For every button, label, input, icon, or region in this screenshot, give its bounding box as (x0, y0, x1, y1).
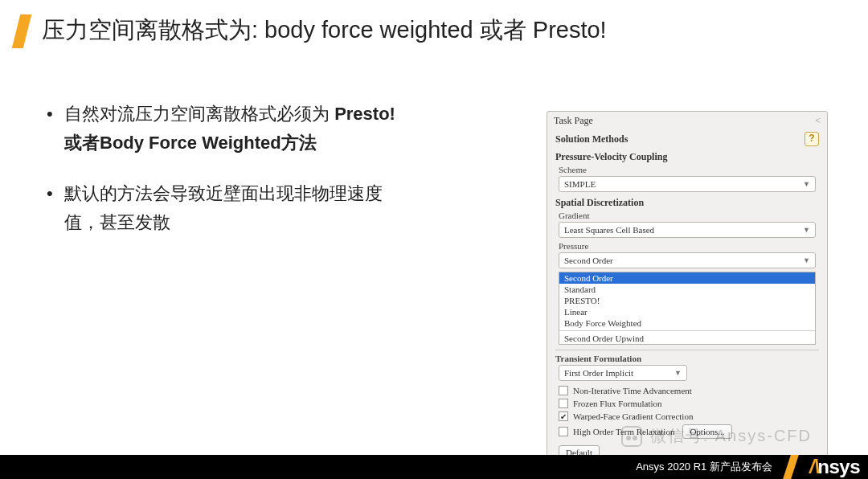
bullet-item: 默认的方法会导致近壁面出现非物理速度值，甚至发散 (47, 179, 408, 238)
dropdown-arrow-icon: ▼ (803, 256, 810, 264)
dropdown-arrow-icon: ▼ (803, 180, 810, 188)
check-label: Frozen Flux Formulation (573, 399, 662, 408)
slide-root: 压力空间离散格式为: body force weighted 或者 Presto… (0, 0, 868, 479)
options-button[interactable]: Options... (682, 424, 731, 439)
collapse-icon[interactable]: < (815, 115, 821, 127)
pressure-option[interactable]: Body Force Weighted (559, 317, 815, 329)
bullet-text-pre: 自然对流压力空间离散格式必须为 (64, 104, 330, 124)
pressure-option[interactable]: Second Order (559, 272, 815, 284)
divider (555, 350, 819, 350)
task-page-panel: Task Page < Solution Methods ? Pressure-… (547, 111, 828, 469)
checkbox-icon[interactable] (559, 386, 568, 395)
solution-methods-label: Solution Methods (555, 133, 628, 145)
non-iterative-check[interactable]: Non-Iterative Time Advancement (547, 384, 827, 397)
gradient-value: Least Squares Cell Based (564, 225, 654, 235)
ansys-logo: /\nsys (809, 456, 860, 478)
check-label: Warped-Face Gradient Correction (573, 411, 693, 421)
checkbox-icon[interactable] (559, 427, 568, 436)
dropdown-arrow-icon: ▼ (674, 369, 682, 377)
check-label: High Order Term Relaxation (573, 427, 674, 436)
check-label: Non-Iterative Time Advancement (573, 386, 692, 395)
pressure-option[interactable]: Standard (559, 284, 815, 295)
checkbox-icon[interactable] (559, 399, 568, 408)
dropdown-arrow-icon: ▼ (803, 226, 810, 234)
footer-text: Ansys 2020 R1 新产品发布会 (636, 460, 772, 474)
checkbox-icon[interactable]: ✔ (559, 411, 568, 421)
high-order-check[interactable]: High Order Term Relaxation Options... (547, 423, 827, 440)
title-accent (12, 14, 31, 48)
logo-text: nsys (817, 456, 860, 478)
pressure-option[interactable]: Linear (559, 306, 815, 317)
gradient-label: Gradient (547, 211, 827, 222)
task-page-header: Task Page < (547, 112, 827, 130)
pressure-value: Second Order (564, 256, 613, 265)
scheme-label: Scheme (547, 165, 827, 176)
sd-group-label: Spatial Discretization (547, 195, 827, 211)
bullet-item: 自然对流压力空间离散格式必须为 Presto!或者Body Force Weig… (47, 100, 408, 158)
pvc-group-label: Pressure-Velocity Coupling (547, 149, 827, 165)
transient-label: Transient Formulation (547, 354, 827, 365)
scheme-value: SIMPLE (564, 179, 596, 189)
bullet-text-pre: 默认的方法会导致近壁面出现非物理速度值，甚至发散 (64, 183, 383, 232)
solution-methods-title: Solution Methods ? (547, 130, 827, 149)
slide-title: 压力空间离散格式为: body force weighted 或者 Presto… (42, 14, 607, 47)
gradient-dropdown[interactable]: Least Squares Cell Based ▼ (559, 222, 816, 238)
pressure-dropdown-list[interactable]: Second Order Standard PRESTO! Linear Bod… (559, 272, 816, 345)
task-page-label: Task Page (554, 115, 593, 127)
transient-dropdown[interactable]: First Order Implicit ▼ (559, 365, 687, 381)
pressure-option[interactable]: PRESTO! (559, 295, 815, 306)
pressure-option[interactable]: Second Order Upwind (559, 330, 815, 344)
bullet-list: 自然对流压力空间离散格式必须为 Presto!或者Body Force Weig… (47, 100, 408, 258)
help-button[interactable]: ? (805, 132, 819, 146)
scheme-dropdown[interactable]: SIMPLE ▼ (559, 176, 816, 192)
pressure-label: Pressure (547, 241, 827, 252)
transient-value: First Order Implicit (564, 368, 633, 378)
footer-accent (783, 455, 799, 479)
pressure-dropdown[interactable]: Second Order ▼ (559, 252, 816, 268)
frozen-flux-check[interactable]: Frozen Flux Formulation (547, 397, 827, 410)
footer: Ansys 2020 R1 新产品发布会 /\nsys (0, 455, 868, 479)
warped-face-check[interactable]: ✔ Warped-Face Gradient Correction (547, 410, 827, 423)
